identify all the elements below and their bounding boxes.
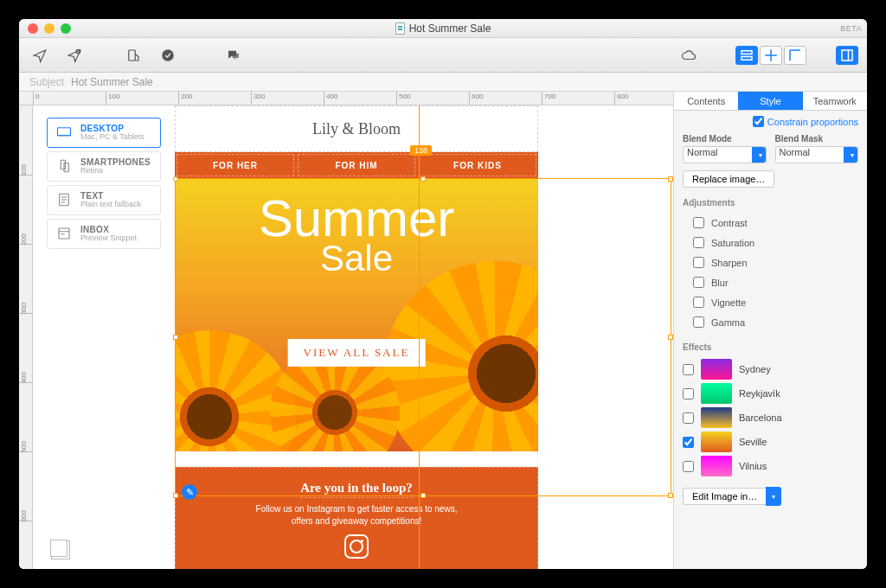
layers-button[interactable] <box>50 540 67 557</box>
validate-button[interactable] <box>156 45 180 66</box>
svg-rect-6 <box>58 128 71 136</box>
effect-seville[interactable]: Seville <box>683 430 858 454</box>
svg-rect-7 <box>61 161 65 170</box>
email-nav[interactable]: FOR HER FOR HIM FOR KIDS <box>175 152 538 178</box>
hero-headline[interactable]: Summer Sale <box>175 195 538 275</box>
comments-button[interactable] <box>222 45 246 66</box>
nav-for-her[interactable]: FOR HER <box>177 154 294 176</box>
window-controls <box>19 23 71 34</box>
subject-bar: Subject Hot Summer Sale <box>19 73 867 92</box>
effect-swatch <box>701 359 732 380</box>
content-area: 0 100 200 300 400 500 600 700 800 100 20… <box>19 92 867 569</box>
device-desktop[interactable]: DESKTOPMac, PC & Tablets <box>47 118 161 148</box>
tab-contents[interactable]: Contents <box>674 92 738 110</box>
svg-rect-1 <box>129 50 136 61</box>
app-window: Hot Summer Sale BETA Subject Hot Summer … <box>19 19 867 569</box>
hero-cta-button[interactable]: VIEW ALL SALE <box>288 339 426 367</box>
nav-for-kids[interactable]: FOR KIDS <box>419 154 536 176</box>
subject-label: Subject <box>29 76 64 88</box>
loop-line1[interactable]: Follow us on Instagram to get faster acc… <box>184 503 529 515</box>
inspector-tabs: Contents Style Teamwork <box>674 92 867 111</box>
layout-rulers-button[interactable] <box>784 46 806 65</box>
adjustment-gamma[interactable]: Gamma <box>683 312 858 332</box>
adjustments-header: Adjustments <box>683 198 858 208</box>
title-text: Hot Summer Sale <box>409 22 491 35</box>
window-title: Hot Summer Sale <box>19 22 867 35</box>
loop-title[interactable]: Are you in the loop? <box>300 481 413 498</box>
edit-image-dropdown[interactable]: ▾ <box>766 487 781 506</box>
layout-toggle-group <box>735 46 806 65</box>
blend-mode-select[interactable]: Normal▾ <box>683 146 767 163</box>
loop-section[interactable]: Are you in the loop? Follow us on Instag… <box>175 467 538 569</box>
beta-badge: BETA <box>840 24 862 33</box>
blend-mask-select[interactable]: Normal▾ <box>775 146 859 163</box>
inspector-body: Constrain proportions Blend Mode Normal▾… <box>674 111 867 569</box>
document-icon <box>395 22 405 35</box>
svg-point-2 <box>162 49 174 61</box>
blend-mode-label: Blend Mode <box>683 134 767 144</box>
tab-teamwork[interactable]: Teamwork <box>803 92 867 110</box>
svg-rect-3 <box>742 50 752 54</box>
canvas-stage[interactable]: DESKTOPMac, PC & Tablets SMARTPHONESReti… <box>33 105 673 569</box>
adjustment-contrast[interactable]: Contrast <box>683 213 858 233</box>
constrain-proportions-checkbox[interactable]: Constrain proportions <box>683 116 858 127</box>
spacer-block[interactable] <box>175 451 538 467</box>
inspector-panel: Contents Style Teamwork Constrain propor… <box>673 92 867 569</box>
send-test-button[interactable] <box>28 45 52 66</box>
smartphone-icon <box>55 159 74 173</box>
instagram-icon[interactable] <box>344 534 369 559</box>
edit-image-in-button[interactable]: Edit Image in… <box>683 488 766 505</box>
device-preview-list: DESKTOPMac, PC & Tablets SMARTPHONESReti… <box>47 118 161 249</box>
effect-swatch <box>701 383 732 404</box>
effect-reykjavik[interactable]: Reykjavík <box>683 381 858 406</box>
effect-vilnius[interactable]: Vilnius <box>683 454 858 478</box>
blend-mask-label: Blend Mask <box>775 134 859 144</box>
device-text[interactable]: TEXTPlain text fallback <box>47 185 161 215</box>
adjustment-blur[interactable]: Blur <box>683 272 858 292</box>
effect-barcelona[interactable]: Barcelona <box>683 406 858 430</box>
ruler-horizontal[interactable]: 0 100 200 300 400 500 600 700 800 <box>19 92 673 105</box>
effect-sydney[interactable]: Sydney <box>683 357 858 381</box>
desktop-icon <box>55 125 74 139</box>
hero-image[interactable]: Summer Sale VIEW ALL SALE <box>175 178 538 451</box>
comment-marker[interactable]: ✎ <box>182 484 197 500</box>
zoom-icon[interactable] <box>61 23 71 34</box>
close-icon[interactable] <box>28 23 38 34</box>
guide-vertical[interactable] <box>419 105 420 569</box>
tab-style[interactable]: Style <box>738 92 802 110</box>
svg-rect-5 <box>842 50 852 61</box>
export-button[interactable] <box>121 45 145 66</box>
effect-swatch <box>701 431 732 452</box>
guide-measurement: 138 <box>410 145 432 156</box>
inspector-toggle-button[interactable] <box>836 46 858 65</box>
effect-swatch <box>701 407 732 428</box>
ruler-vertical[interactable]: 100 200 300 400 500 600 <box>19 105 33 569</box>
layout-design-button[interactable] <box>735 46 758 65</box>
toolbar <box>19 38 867 73</box>
nav-for-him[interactable]: FOR HIM <box>298 154 415 176</box>
constrain-checkbox-input[interactable] <box>753 116 764 127</box>
adjustment-sharpen[interactable]: Sharpen <box>683 252 858 272</box>
device-inbox[interactable]: INBOXPreview Snippet <box>47 219 161 249</box>
canvas-area: 0 100 200 300 400 500 600 700 800 100 20… <box>19 92 673 569</box>
text-icon <box>55 193 74 207</box>
device-smartphones[interactable]: SMARTPHONESRetina <box>47 151 161 182</box>
svg-rect-10 <box>59 228 69 239</box>
subject-value[interactable]: Hot Summer Sale <box>71 76 153 88</box>
effect-swatch <box>701 456 732 476</box>
email-canvas[interactable]: 138 Lily & Bloom FOR HER FOR HIM FOR KID… <box>175 105 538 569</box>
adjustment-vignette[interactable]: Vignette <box>683 292 858 312</box>
titlebar: Hot Summer Sale BETA <box>19 19 867 38</box>
loop-line2[interactable]: offers and giveaway competitions! <box>184 515 529 527</box>
minimize-icon[interactable] <box>44 23 55 34</box>
inbox-icon <box>55 227 74 240</box>
send-button[interactable] <box>62 45 87 66</box>
svg-rect-4 <box>742 56 752 60</box>
cloud-button[interactable] <box>677 45 701 66</box>
svg-rect-8 <box>64 163 68 173</box>
replace-image-button[interactable]: Replace image… <box>683 170 774 188</box>
adjustment-saturation[interactable]: Saturation <box>683 233 858 252</box>
effects-header: Effects <box>683 342 858 352</box>
layout-guides-button[interactable] <box>760 46 782 65</box>
email-brand[interactable]: Lily & Bloom <box>175 105 538 152</box>
